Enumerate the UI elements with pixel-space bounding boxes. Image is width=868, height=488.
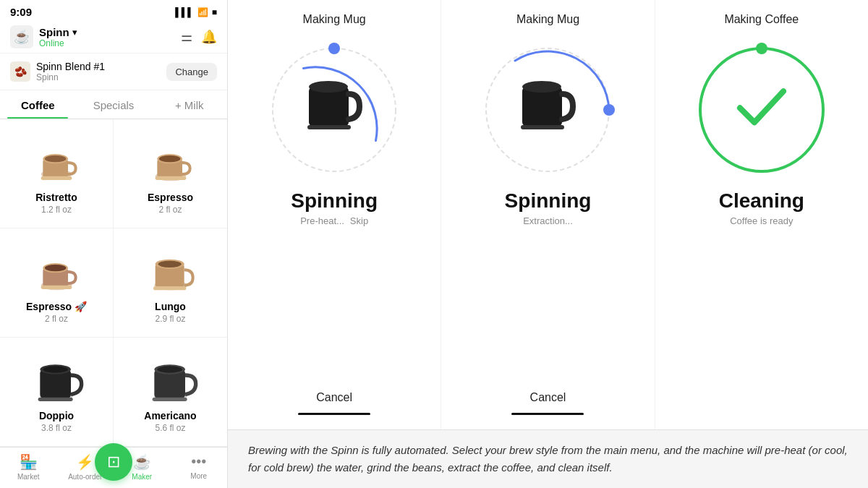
stage-1-sub: Pre-heat...: [300, 215, 344, 226]
coffee-item-espresso-rocket[interactable]: Espresso 🚀 2 fl oz: [0, 228, 114, 338]
coffee-item-americano[interactable]: Americano 5.6 fl oz: [114, 338, 227, 447]
stage-1-label: Spinning: [291, 189, 378, 213]
espresso-rocket-name: Espresso 🚀: [26, 301, 87, 312]
mug-icon-1: [302, 76, 367, 141]
blend-sub: Spinn: [36, 72, 105, 82]
stage-3-sub: Coffee is ready: [730, 215, 793, 226]
svg-point-13: [45, 265, 66, 271]
coffee-item-doppio[interactable]: Doppio 3.8 fl oz: [0, 338, 114, 447]
americano-name: Americano: [144, 410, 196, 421]
tabs: Coffee Specials + Milk: [0, 90, 227, 119]
checkmark-icon: [733, 80, 791, 131]
blend-bar: 🫘 Spinn Blend #1 Spinn Change: [0, 53, 227, 90]
svg-point-23: [43, 366, 68, 372]
coffee-item-espresso[interactable]: Espresso 2 fl oz: [114, 119, 227, 228]
espresso-name: Espresso: [148, 192, 193, 203]
tab-specials[interactable]: Specials: [76, 90, 152, 119]
bottom-nav: 🏪 Market ⚡ Auto-order ☕ Maker ••• More ⊡: [0, 447, 227, 488]
info-bar: Brewing with the Spinn is fully automate…: [228, 429, 868, 488]
svg-rect-9: [155, 176, 186, 180]
notification-button[interactable]: 🔔: [201, 29, 217, 45]
stage-2-title: Making Mug: [516, 13, 579, 26]
status-time: 9:09: [10, 6, 32, 18]
stage-1-actions: Cancel: [298, 387, 370, 429]
espresso-rocket-size: 2 fl oz: [45, 314, 68, 324]
svg-rect-39: [521, 125, 564, 129]
device-info: ☕ Spinn ▾ Online: [10, 25, 77, 48]
stage-3: Making Coffee Cleaning Coffee is ready: [655, 0, 868, 429]
dropdown-icon[interactable]: ▾: [72, 27, 77, 38]
stage-1-title: Making Mug: [303, 13, 366, 26]
device-status: Online: [39, 38, 77, 48]
status-icons: ▌▌▌ 📶 ■: [175, 7, 217, 17]
tab-coffee[interactable]: Coffee: [0, 90, 76, 119]
signal-icon: ▌▌▌: [175, 7, 194, 17]
autoorder-icon: ⚡: [76, 453, 94, 471]
maker-icon: ☕: [133, 453, 151, 471]
doppio-name: Doppio: [39, 410, 74, 421]
filter-button[interactable]: ⚌: [181, 29, 192, 45]
svg-point-33: [309, 81, 348, 93]
change-button[interactable]: Change: [166, 63, 217, 81]
skip-button[interactable]: Skip: [350, 215, 368, 226]
espresso-cup-icon: [142, 134, 200, 192]
stage-2-sublabel: Extraction...: [523, 215, 573, 226]
cancel-underline-2: [511, 413, 584, 415]
espresso-rocket-cup-icon: [27, 243, 85, 301]
nav-market[interactable]: 🏪 Market: [0, 448, 57, 488]
stage-2-label: Spinning: [505, 189, 592, 213]
coffee-item-lungo[interactable]: Lungo 2.9 fl oz: [114, 228, 227, 338]
lungo-cup-icon: [142, 243, 200, 301]
ristretto-size: 1.2 fl oz: [41, 205, 72, 215]
fab-button[interactable]: ⊡: [95, 443, 132, 481]
mug-icon-2: [515, 76, 580, 141]
device-name-group: Spinn ▾ Online: [39, 26, 77, 48]
svg-point-18: [158, 261, 181, 267]
stage-2: Making Mug: [441, 0, 655, 429]
svg-point-38: [522, 81, 561, 93]
americano-size: 5.6 fl oz: [155, 423, 185, 433]
stage-2-actions: Cancel: [511, 387, 584, 429]
stage-3-circle: [689, 38, 834, 182]
svg-rect-4: [41, 176, 72, 180]
stage-3-title: Making Coffee: [724, 13, 799, 26]
wifi-icon: 📶: [197, 7, 208, 17]
svg-point-3: [45, 155, 66, 162]
tab-milk[interactable]: + Milk: [151, 90, 227, 119]
blend-info: 🫘 Spinn Blend #1 Spinn: [10, 61, 105, 82]
lungo-name: Lungo: [155, 301, 186, 312]
info-text: Brewing with the Spinn is fully automate…: [248, 444, 848, 474]
ristretto-name: Ristretto: [35, 192, 77, 203]
market-icon: 🏪: [20, 453, 38, 471]
cancel-button-1[interactable]: Cancel: [302, 387, 367, 408]
coffee-item-ristretto[interactable]: Ristretto 1.2 fl oz: [0, 119, 114, 228]
cancel-button-2[interactable]: Cancel: [516, 387, 581, 408]
battery-icon: ■: [212, 7, 217, 17]
svg-rect-32: [309, 87, 349, 127]
stage-1-circle: [262, 38, 407, 182]
espresso-size: 2 fl oz: [158, 205, 182, 215]
svg-rect-37: [522, 87, 562, 127]
coffee-grid: Ristretto 1.2 fl oz Espresso 2 fl oz: [0, 119, 227, 447]
doppio-size: 3.8 fl oz: [41, 423, 72, 433]
blend-details: Spinn Blend #1 Spinn: [36, 61, 105, 82]
brewing-stages: Making Mug: [228, 0, 868, 429]
device-header: ☕ Spinn ▾ Online ⚌ 🔔: [0, 21, 227, 53]
svg-rect-29: [152, 398, 187, 401]
svg-rect-19: [153, 286, 186, 290]
americano-cup-icon: [142, 352, 200, 410]
doppio-cup-icon: [27, 352, 85, 410]
stage-2-circle: [475, 38, 620, 182]
nav-more-label: More: [190, 472, 207, 480]
svg-point-28: [157, 366, 182, 372]
svg-point-31: [328, 43, 340, 54]
more-icon: •••: [191, 453, 206, 470]
stage-1-sublabel: Pre-heat... Skip: [300, 215, 368, 226]
device-name: Spinn: [39, 26, 69, 38]
cancel-underline-1: [298, 413, 370, 415]
nav-more[interactable]: ••• More: [171, 448, 228, 488]
svg-rect-14: [41, 286, 72, 289]
stage-2-sub: Extraction...: [523, 215, 573, 226]
nav-maker-label: Maker: [132, 473, 152, 481]
status-bar: 9:09 ▌▌▌ 📶 ■: [0, 0, 227, 21]
